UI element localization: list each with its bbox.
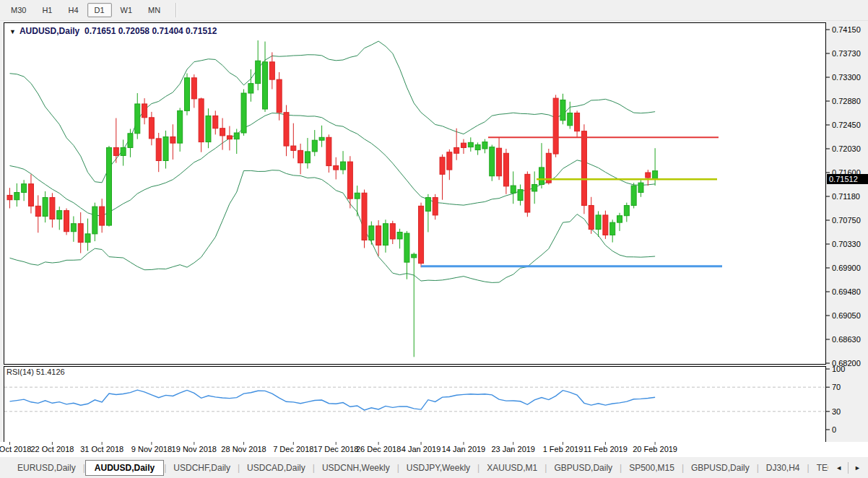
rsi-indicator-pane[interactable]: [4, 366, 826, 443]
price-axis-label: 0.69900: [832, 264, 861, 272]
rsi-axis-label: 100: [832, 365, 845, 373]
price-axis-label: 0.69480: [832, 287, 861, 296]
price-axis-label: 0.72880: [832, 97, 861, 105]
timeframe-button-mn[interactable]: MN: [141, 3, 168, 17]
timeframe-button-h1[interactable]: H1: [35, 3, 59, 17]
price-axis-label: 0.73730: [832, 49, 861, 58]
date-axis-strip: [0, 442, 868, 458]
price-axis-label: 0.74150: [832, 25, 861, 34]
timeframe-toolbar: M30H1H4D1W1MN: [0, 0, 868, 21]
price-axis-label: 0.69050: [832, 311, 861, 320]
rsi-axis-label: 70: [832, 383, 841, 391]
price-axis-label: 0.68630: [832, 335, 861, 344]
symbol-tab-usdjpy-weekly[interactable]: USDJPY,Weekly: [399, 461, 477, 475]
symbol-tab-bar: EURUSD,Daily|AUDUSD,Daily|USDCHF,Daily|U…: [0, 457, 868, 478]
tab-scroll-divider: [848, 462, 849, 474]
tab-scroll-controls: ◄ ►: [828, 459, 865, 477]
timeframe-button-w1[interactable]: W1: [113, 3, 140, 17]
price-chart-pane[interactable]: [4, 22, 826, 365]
timeframe-button-m30[interactable]: M30: [4, 3, 33, 17]
chart-symbol-label: AUDUSD,Daily: [19, 26, 79, 36]
price-axis-label: 0.72450: [832, 121, 861, 129]
symbol-tab-dj30-h4[interactable]: DJ30,H4: [759, 461, 807, 475]
toolbar-divider: [175, 3, 177, 17]
rsi-axis-label: 30: [832, 407, 841, 416]
symbol-tab-audusd-daily[interactable]: AUDUSD,Daily: [85, 460, 164, 476]
price-axis-label: 0.68200: [832, 359, 861, 368]
tab-scroll-right-icon[interactable]: ►: [850, 462, 865, 474]
symbol-tab-usdcad-daily[interactable]: USDCAD,Daily: [240, 461, 313, 475]
tab-scroll-left-icon[interactable]: ◄: [831, 462, 846, 474]
price-axis-label: 0.70330: [832, 240, 861, 248]
rsi-axis-label: 0: [832, 425, 836, 434]
symbol-tab-usdcnh-weekly[interactable]: USDCNH,Weekly: [315, 461, 397, 475]
terminal-window: M30H1H4D1W1MN ▼AUDUSD,Daily 0.71651 0.72…: [0, 0, 868, 478]
rsi-indicator-label: RSI(14) 51.4126: [6, 368, 65, 376]
symbol-tab-gbpusd-daily[interactable]: GBPUSD,Daily: [684, 461, 757, 475]
symbol-tab-usdchf-daily[interactable]: USDCHF,Daily: [166, 461, 238, 475]
chart-title: ▼AUDUSD,Daily 0.71651 0.72058 0.71404 0.…: [9, 26, 217, 36]
timeframe-button-h4[interactable]: H4: [61, 3, 85, 17]
current-price-tag: 0.71512: [827, 174, 868, 184]
price-axis: 0.741500.737300.733000.728800.724500.720…: [826, 25, 861, 368]
price-axis-label: 0.72030: [832, 144, 861, 153]
symbol-tab-gbpusd-daily[interactable]: GBPUSD,Daily: [547, 461, 620, 475]
timeframe-button-d1[interactable]: D1: [87, 3, 112, 17]
chart-ohlc-values: 0.71651 0.72058 0.71404 0.71512: [84, 26, 217, 36]
chart-dropdown-icon[interactable]: ▼: [9, 28, 16, 35]
symbol-tab-eurusd-daily[interactable]: EURUSD,Daily: [10, 461, 83, 475]
symbol-tab-xauusd-m1[interactable]: XAUUSD,M1: [479, 461, 544, 475]
price-axis-label: 0.71180: [832, 192, 860, 201]
price-axis-label: 0.73300: [832, 73, 861, 82]
symbol-tab-sp500-m15[interactable]: SP500,M15: [622, 461, 682, 475]
price-axis-label: 0.70750: [832, 216, 861, 225]
